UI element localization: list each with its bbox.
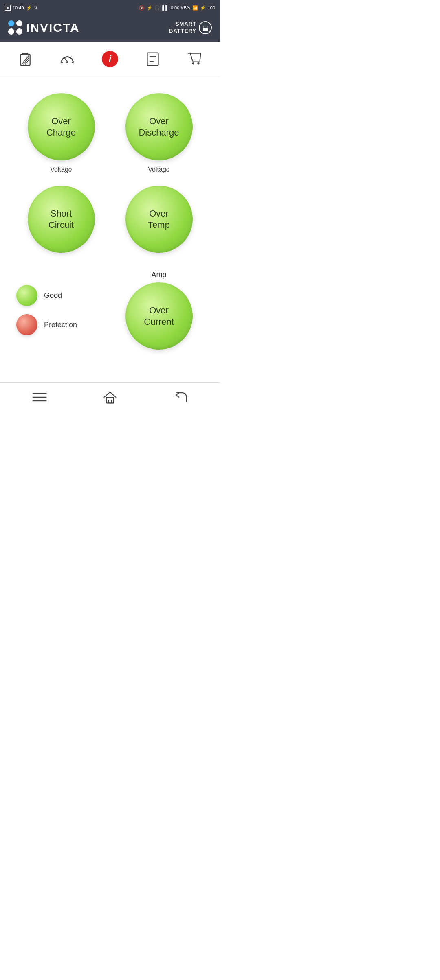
smart-battery-area: SMART BATTERY ⬓: [169, 21, 212, 35]
info-circle: i: [102, 51, 118, 67]
cart-nav-icon[interactable]: [185, 50, 204, 68]
signal-icon: ▌▌: [162, 5, 169, 10]
short-circuit-item: ShortCircuit: [16, 186, 106, 258]
over-charge-button[interactable]: OverCharge: [28, 93, 95, 160]
over-current-button[interactable]: OverCurrent: [125, 282, 193, 350]
bluetooth-header-icon[interactable]: ⬓: [199, 21, 212, 34]
svg-point-14: [192, 62, 194, 64]
over-temp-button[interactable]: OverTemp: [125, 186, 193, 253]
gauge-nav-icon[interactable]: [58, 50, 77, 68]
wifi-icon: 📶: [192, 5, 198, 11]
sound-icon: 🔇: [139, 5, 145, 11]
amp-label: Amp: [151, 271, 166, 279]
over-charge-label: Voltage: [50, 166, 72, 173]
x-icon: ✕: [5, 5, 11, 11]
logo-dots: [8, 20, 23, 35]
legend-good: Good: [16, 285, 106, 306]
logo-dot-tr: [16, 20, 22, 26]
svg-line-6: [64, 57, 67, 61]
main-content: OverCharge Voltage OverDischarge Voltage…: [0, 77, 220, 370]
legend-good-text: Good: [44, 291, 62, 300]
brand-name: INVICTA: [26, 21, 80, 35]
over-discharge-item: OverDischarge Voltage: [114, 93, 204, 173]
svg-point-15: [198, 62, 200, 64]
over-discharge-button[interactable]: OverDischarge: [125, 93, 193, 160]
status-bar: ✕ 10:49 ⚡ ⇅ 🔇 ⚡ 🎧 ▌▌ 0.00 KB/s 📶 ⚡ 100: [0, 0, 220, 15]
logo-area: INVICTA: [8, 20, 80, 35]
over-discharge-label: Voltage: [148, 166, 169, 173]
smart-battery-text: SMART BATTERY: [169, 21, 196, 35]
svg-line-4: [25, 60, 29, 65]
circle-grid: OverCharge Voltage OverDischarge Voltage…: [4, 85, 216, 267]
menu-button[interactable]: [31, 389, 48, 405]
logo-dot-br: [16, 28, 22, 35]
legend-dot-good: [16, 285, 37, 306]
logo-dot-tl: [8, 20, 14, 26]
battery-nav-icon[interactable]: [16, 50, 35, 68]
short-circuit-button[interactable]: ShortCircuit: [28, 186, 95, 253]
logo-dot-bl: [8, 28, 14, 35]
over-charge-item: OverCharge Voltage: [16, 93, 106, 173]
bottom-section: Good Protection Amp OverCurrent: [4, 267, 216, 362]
bottom-nav: [0, 382, 220, 412]
info-nav-icon[interactable]: i: [100, 49, 120, 69]
amp-section: Amp OverCurrent: [114, 271, 204, 350]
battery-percent: 100: [208, 5, 215, 10]
status-time: 10:49: [13, 5, 24, 10]
legend-protection: Protection: [16, 314, 106, 335]
network-speed: 0.00 KB/s: [171, 5, 190, 10]
svg-line-2: [22, 55, 29, 65]
usb2-icon: ⇅: [34, 5, 37, 11]
charge-icon: ⚡: [200, 5, 206, 11]
headphone-icon: 🎧: [154, 5, 160, 11]
nav-bar: i: [0, 42, 220, 77]
home-button[interactable]: [102, 389, 118, 405]
bluetooth-icon: ⚡: [147, 5, 152, 11]
status-right: 🔇 ⚡ 🎧 ▌▌ 0.00 KB/s 📶 ⚡ 100: [139, 5, 215, 11]
app-header: INVICTA SMART BATTERY ⬓: [0, 15, 220, 42]
legend: Good Protection: [16, 285, 106, 335]
list-nav-icon[interactable]: [143, 50, 162, 68]
status-left: ✕ 10:49 ⚡ ⇅: [5, 5, 37, 11]
legend-protection-text: Protection: [44, 321, 77, 329]
usb-icon: ⚡: [26, 5, 32, 11]
back-button[interactable]: [172, 389, 189, 405]
over-temp-item: OverTemp: [114, 186, 204, 258]
legend-dot-protection: [16, 314, 37, 335]
